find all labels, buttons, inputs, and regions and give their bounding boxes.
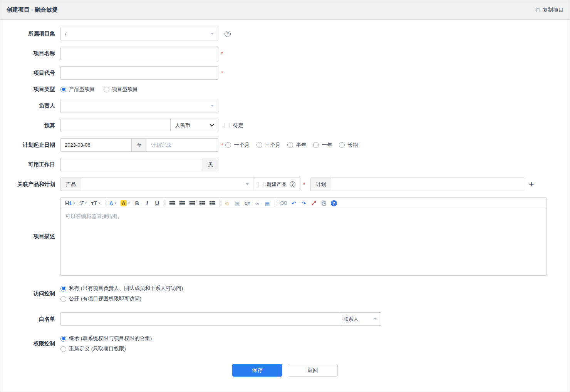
auth-label: 权限控制 xyxy=(0,340,60,347)
copy-project-button[interactable]: 复制项目 xyxy=(535,7,563,13)
currency-select[interactable]: 人民币 xyxy=(170,119,218,132)
align-center-icon[interactable] xyxy=(178,199,186,208)
help-icon[interactable]: ? xyxy=(330,199,338,208)
help-icon[interactable]: ? xyxy=(225,31,231,37)
row-acl: 访问控制 私有 (只有项目负责人、团队成员和干系人可访问) 公开 (有项目视图权… xyxy=(0,285,570,302)
project-code-input[interactable] xyxy=(60,66,218,80)
add-row-button[interactable]: + xyxy=(529,180,534,189)
radio-icon xyxy=(60,346,66,352)
page-title: 创建项目 - 融合敏捷 xyxy=(7,6,58,13)
create-project-form: 所属项目集 / ? 项目名称 * 项目代号 * xyxy=(0,20,570,377)
link-icon[interactable]: ∞ xyxy=(253,199,262,208)
italic-icon[interactable]: I xyxy=(143,199,151,208)
radio-product-project[interactable]: 产品型项目 xyxy=(60,86,95,93)
source-paste-icon[interactable]: ⎘ xyxy=(320,199,328,208)
create-project-page: 创建项目 - 融合敏捷 复制项目 所属项目集 / ? xyxy=(0,0,570,392)
whitelist-picker-value: 联系人 xyxy=(344,316,359,323)
radio-icon xyxy=(313,142,319,148)
editor-toolbar: H1ℱтTAABIU☺▧C#∞▦⌫↶↷⤢⎘? xyxy=(61,198,546,209)
align-right-icon[interactable] xyxy=(188,199,196,208)
radio-one-month[interactable]: 一个月 xyxy=(225,142,250,149)
radio-label: 一年 xyxy=(322,142,332,149)
ordered-list-icon[interactable] xyxy=(198,199,206,208)
form-actions: 保存 返回 xyxy=(0,364,570,377)
radio-auth-reset[interactable]: 重新定义 (只取项目权限) xyxy=(60,345,160,352)
radio-label: 项目型项目 xyxy=(112,86,138,93)
project-set-label: 所属项目集 xyxy=(0,30,60,37)
begin-date-input[interactable] xyxy=(60,138,132,152)
radio-icon xyxy=(104,87,109,92)
new-product-checkbox[interactable] xyxy=(258,182,263,187)
help-icon[interactable]: ? xyxy=(290,181,295,187)
row-auth: 权限控制 继承 (取系统权限与项目权限的合集) 重新定义 (只取项目权限) xyxy=(0,335,570,352)
back-button[interactable]: 返回 xyxy=(288,364,338,377)
radio-three-months[interactable]: 三个月 xyxy=(256,142,281,149)
currency-value: 人民币 xyxy=(175,122,190,129)
whitelist-input[interactable] xyxy=(60,312,339,326)
row-date-range: 计划起止日期 至 * 一个月 三个月 xyxy=(0,138,570,152)
row-workdays: 可用工作日 天 xyxy=(0,158,570,171)
radio-acl-private[interactable]: 私有 (只有项目负责人、团队成员和干系人可访问) xyxy=(60,285,183,292)
end-date-input[interactable] xyxy=(147,138,218,152)
radio-icon xyxy=(339,142,345,148)
font-size-icon[interactable]: тT xyxy=(90,199,101,208)
radio-label: 半年 xyxy=(296,142,306,149)
budget-tbd-checkbox[interactable]: 待定 xyxy=(225,122,243,129)
radio-acl-open[interactable]: 公开 (有项目视图权限即可访问) xyxy=(60,295,191,302)
radio-half-year[interactable]: 半年 xyxy=(287,142,306,149)
owner-select[interactable] xyxy=(60,99,218,112)
radio-icon xyxy=(287,142,293,148)
copy-icon xyxy=(535,7,540,13)
fullscreen-icon[interactable]: ⤢ xyxy=(310,199,318,208)
row-project-set: 所属项目集 / ? xyxy=(0,27,570,40)
redo-icon[interactable]: ↷ xyxy=(300,199,308,208)
font-family-icon[interactable]: ℱ xyxy=(78,199,88,208)
workdays-unit-addon: 天 xyxy=(203,158,218,171)
remove-format-icon[interactable]: ⌫ xyxy=(278,199,288,208)
row-link-products: 关联产品和计划 产品 新建产品 ? * 计划 xyxy=(0,178,570,191)
plan-addon: 计划 xyxy=(310,178,331,191)
radio-one-year[interactable]: 一年 xyxy=(313,142,332,149)
whitelist-picker-select[interactable]: 联系人 xyxy=(339,312,381,326)
workdays-input[interactable] xyxy=(60,158,203,171)
radio-auth-extend[interactable]: 继承 (取系统权限与项目权限的合集) xyxy=(60,335,152,342)
code-icon[interactable]: C# xyxy=(243,199,251,208)
new-product-addon: 新建产品 ? xyxy=(253,178,300,191)
font-color-icon[interactable]: A xyxy=(108,199,118,208)
align-left-icon[interactable] xyxy=(168,199,176,208)
save-button[interactable]: 保存 xyxy=(232,364,282,377)
emoticon-icon[interactable]: ☺ xyxy=(223,199,231,208)
budget-label: 预算 xyxy=(0,122,60,129)
underline-icon[interactable]: U xyxy=(153,199,161,208)
description-textarea[interactable]: 可以在编辑器直接贴图。 xyxy=(61,209,546,275)
radio-project-project[interactable]: 项目型项目 xyxy=(104,86,138,93)
row-whitelist: 白名单 联系人 xyxy=(0,312,570,326)
radio-label: 继承 (取系统权限与项目权限的合集) xyxy=(69,335,152,342)
project-set-select[interactable]: / xyxy=(60,27,218,40)
budget-input[interactable] xyxy=(60,119,171,132)
table-icon[interactable]: ▦ xyxy=(263,199,272,208)
row-project-name: 项目名称 * xyxy=(0,47,570,60)
heading-icon[interactable]: H1 xyxy=(64,199,77,208)
chevron-down-icon xyxy=(374,318,377,320)
toolbar-separator xyxy=(275,200,275,207)
description-label: 项目描述 xyxy=(0,233,60,240)
plan-input[interactable] xyxy=(331,178,524,191)
date-range-label: 计划起止日期 xyxy=(0,142,60,149)
date-to-addon: 至 xyxy=(131,138,147,152)
link-products-label: 关联产品和计划 xyxy=(0,181,60,188)
product-select[interactable] xyxy=(81,178,253,191)
bold-icon[interactable]: B xyxy=(133,199,141,208)
required-asterisk: * xyxy=(221,50,223,57)
image-icon[interactable]: ▧ xyxy=(233,199,241,208)
toolbar-separator xyxy=(164,200,165,207)
highlight-color-icon[interactable]: A xyxy=(119,199,131,208)
radio-label: 私有 (只有项目负责人、团队成员和干系人可访问) xyxy=(69,285,183,292)
toolbar-separator xyxy=(105,200,105,207)
project-name-input[interactable] xyxy=(60,47,218,60)
row-description: 项目描述 H1ℱтTAABIU☺▧C#∞▦⌫↶↷⤢⎘? 可以在编辑器直接贴图。 xyxy=(0,197,570,276)
undo-icon[interactable]: ↶ xyxy=(290,199,298,208)
radio-label: 一个月 xyxy=(234,142,250,149)
radio-long-term[interactable]: 长期 xyxy=(339,142,358,149)
unordered-list-icon[interactable] xyxy=(208,199,216,208)
